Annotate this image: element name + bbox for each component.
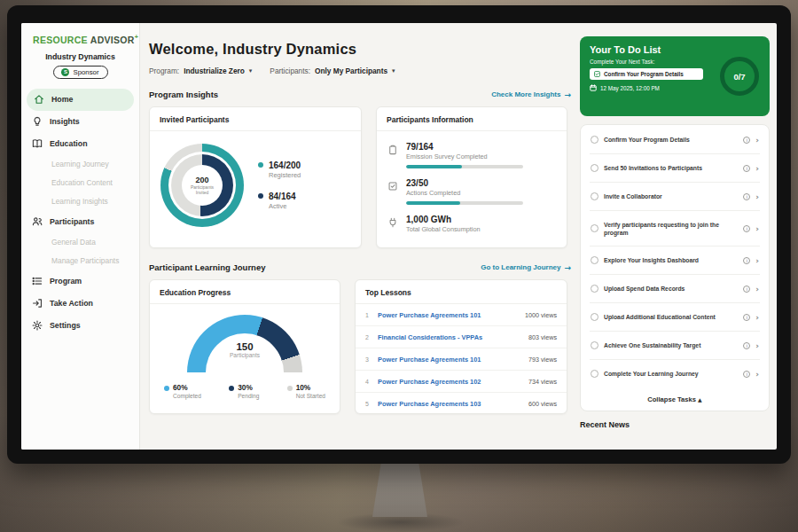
chevron-right-icon[interactable]: › xyxy=(755,224,759,233)
sidebar-item-education-content[interactable]: Education Content xyxy=(21,174,139,192)
info-icon[interactable]: i xyxy=(743,165,750,172)
chevron-right-icon[interactable]: › xyxy=(755,164,759,173)
checkbox-icon[interactable] xyxy=(591,192,598,200)
next-task-pill[interactable]: Confirm Your Program Details xyxy=(590,68,703,80)
info-icon[interactable]: i xyxy=(743,371,750,378)
info-icon[interactable]: i xyxy=(743,257,750,264)
next-task-label: Confirm Your Program Details xyxy=(604,71,684,77)
todo-task-row[interactable]: Send 50 Invitations to Participants i › xyxy=(590,154,760,183)
legend-label: Completed xyxy=(173,393,201,399)
todo-task-row[interactable]: Confirm Your Program Details i › xyxy=(590,126,760,154)
lesson-link[interactable]: Power Purchase Agreements 103 xyxy=(378,400,521,408)
collapse-label: Collapse Tasks xyxy=(647,395,696,403)
gauge-legend: 60% Completed 30% Pending 10% Not Starte… xyxy=(150,372,340,399)
legend-value: 84/164 xyxy=(269,192,296,201)
info-label: Total Global Consumption xyxy=(406,225,481,233)
monitor-bezel: RESOURCE ADVISOR+ Industry Dynamics S Sp… xyxy=(7,5,791,464)
info-icon[interactable]: i xyxy=(743,286,750,293)
sidebar-item-take-action[interactable]: Take Action xyxy=(21,293,139,315)
lesson-row: 3 Power Purchase Agreements 101 793 view… xyxy=(356,348,567,371)
donut-legend: 164/200 Registered 84/164 Active xyxy=(258,160,301,210)
legend-item-completed: 60% Completed xyxy=(164,383,201,399)
chevron-right-icon[interactable]: › xyxy=(755,370,759,379)
sidebar-item-home[interactable]: Home xyxy=(27,89,134,111)
chevron-right-icon[interactable]: › xyxy=(755,136,759,145)
participants-information-card: Participants Information 79/164 Emission… xyxy=(376,106,567,248)
sidebar-item-learning-journey[interactable]: Learning Journey xyxy=(21,155,139,174)
lesson-link[interactable]: Power Purchase Agreements 102 xyxy=(378,378,521,386)
checkbox-icon[interactable] xyxy=(591,136,598,144)
info-icon[interactable]: i xyxy=(743,225,750,232)
todo-task-row[interactable]: Upload Spend Data Records i › xyxy=(590,275,760,303)
legend-label: Registered xyxy=(269,171,301,179)
checkbox-icon[interactable] xyxy=(591,256,598,264)
todo-task-row[interactable]: Upload Additional Educational Content i … xyxy=(590,303,760,332)
chevron-down-icon: ▾ xyxy=(392,67,395,74)
check-more-insights-link[interactable]: Check More Insights → xyxy=(491,90,571,99)
logo-plus: + xyxy=(135,34,138,40)
sidebar-item-education[interactable]: Education xyxy=(21,133,139,155)
lesson-link[interactable]: Financial Considerations - VPPAs xyxy=(378,333,521,341)
sidebar-item-participants[interactable]: Participants xyxy=(21,211,139,233)
todo-task-row[interactable]: Verify participants requesting to join t… xyxy=(590,211,760,246)
program-filter[interactable]: Program: Industrialize Zero ▾ xyxy=(149,66,252,75)
legend-dot-active xyxy=(258,193,263,199)
sidebar-item-general-data[interactable]: General Data xyxy=(21,233,139,252)
chevron-up-icon: ▲ xyxy=(698,396,702,403)
info-icon[interactable]: i xyxy=(743,193,750,200)
legend-label: Pending xyxy=(238,393,259,399)
sidebar-item-program[interactable]: Program xyxy=(21,270,139,293)
gauge-center-value: 150 xyxy=(187,341,302,352)
chevron-right-icon[interactable]: › xyxy=(755,192,759,201)
sidebar-item-label: Participants xyxy=(50,217,94,226)
invited-participants-card: Invited Participants 200 Participants In… xyxy=(149,106,362,248)
checkbox-icon[interactable] xyxy=(591,313,598,321)
todo-list-card: Confirm Your Program Details i › Send 50… xyxy=(580,124,770,411)
checkbox-icon[interactable] xyxy=(591,341,598,349)
info-icon[interactable]: i xyxy=(743,137,750,144)
checkbox-icon[interactable] xyxy=(591,285,598,293)
sidebar-item-manage-participants[interactable]: Manage Participants xyxy=(21,252,139,270)
chevron-right-icon[interactable]: › xyxy=(755,313,759,322)
lesson-link[interactable]: Power Purchase Agreements 101 xyxy=(378,311,518,319)
lesson-link[interactable]: Power Purchase Agreements 101 xyxy=(378,356,521,364)
legend-item-pending: 30% Pending xyxy=(229,383,259,399)
lesson-row: 2 Financial Considerations - VPPAs 803 v… xyxy=(356,326,567,348)
sidebar: RESOURCE ADVISOR+ Industry Dynamics S Sp… xyxy=(21,23,140,450)
lesson-rank: 5 xyxy=(365,401,371,407)
participants-filter[interactable]: Participants: Only My Participants ▾ xyxy=(270,66,395,75)
progress-fill xyxy=(406,165,462,168)
link-label: Check More Insights xyxy=(491,90,560,98)
sidebar-item-insights[interactable]: Insights xyxy=(21,111,139,133)
lesson-views: 803 views xyxy=(528,333,557,341)
todo-task-row[interactable]: Complete Your Learning Journey i › xyxy=(590,360,760,387)
list-icon xyxy=(32,276,43,286)
progress-fill xyxy=(406,201,460,205)
lesson-views: 1000 views xyxy=(525,311,557,319)
todo-task-row[interactable]: Explore Your Insights Dashboard i › xyxy=(590,246,760,275)
sidebar-item-label: Learning Insights xyxy=(51,197,108,206)
learning-journey-header: Participant Learning Journey Go to Learn… xyxy=(149,262,571,272)
sidebar-item-learning-insights[interactable]: Learning Insights xyxy=(21,192,139,211)
collapse-tasks-link[interactable]: Collapse Tasks ▲ xyxy=(590,387,760,411)
checkbox-icon[interactable] xyxy=(591,370,598,378)
legend-pct: 30% xyxy=(238,383,253,392)
todo-task-row[interactable]: Achieve One Sustainability Target i › xyxy=(590,332,760,360)
task-label: Complete Your Learning Journey xyxy=(604,370,738,378)
chevron-right-icon[interactable]: › xyxy=(755,256,759,265)
checkbox-icon[interactable] xyxy=(591,224,598,232)
chevron-right-icon[interactable]: › xyxy=(755,341,759,350)
sidebar-item-settings[interactable]: Settings xyxy=(21,315,139,337)
chevron-right-icon[interactable]: › xyxy=(755,285,759,293)
info-icon[interactable]: i xyxy=(743,342,750,349)
checkbox-icon[interactable] xyxy=(591,164,598,172)
home-icon xyxy=(34,94,44,105)
arrow-action-icon xyxy=(32,298,43,309)
link-label: Go to Learning Journey xyxy=(481,263,560,271)
logo-advisor: ADVISOR xyxy=(90,35,135,45)
lesson-views: 793 views xyxy=(528,356,557,364)
info-icon[interactable]: i xyxy=(743,314,750,321)
sponsor-badge[interactable]: S Sponsor xyxy=(53,66,108,79)
todo-task-row[interactable]: Invite a Collaborator i › xyxy=(590,183,760,211)
go-to-learning-journey-link[interactable]: Go to Learning Journey → xyxy=(481,263,571,272)
